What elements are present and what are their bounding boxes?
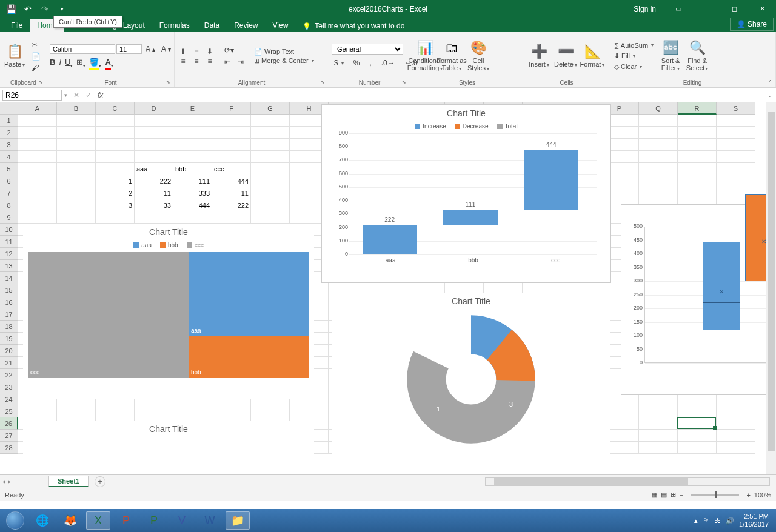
cell[interactable] [57, 211, 96, 224]
cell[interactable] [639, 430, 678, 442]
align-bottom-icon[interactable]: ⬇ [204, 47, 216, 56]
cell[interactable] [251, 127, 290, 139]
cell[interactable] [639, 175, 678, 187]
cell[interactable] [639, 405, 678, 417]
cell[interactable] [96, 139, 135, 151]
formula-input[interactable] [109, 91, 764, 99]
cancel-formula-icon[interactable]: ✕ [73, 91, 79, 99]
system-clock[interactable]: 2:51 PM1/16/2017 [739, 513, 772, 528]
bold-button[interactable]: B [50, 58, 55, 68]
treemap-chart[interactable]: Chart Title aaa bbb ccc ccc aaa bbb [23, 224, 314, 399]
grow-font-icon[interactable]: A▴ [143, 44, 158, 55]
cell[interactable] [135, 211, 173, 224]
cell[interactable] [212, 127, 251, 139]
underline-button[interactable]: U▾ [65, 58, 73, 68]
cell[interactable] [717, 115, 755, 127]
row-header[interactable]: 14 [0, 272, 18, 284]
enter-formula-icon[interactable]: ✓ [85, 91, 92, 99]
row-header[interactable]: 1 [0, 115, 18, 127]
cell[interactable] [251, 175, 290, 187]
zoom-out-icon[interactable]: − [680, 491, 683, 499]
row-header[interactable]: 23 [0, 381, 18, 393]
cell[interactable] [96, 405, 135, 417]
cell[interactable] [678, 187, 717, 199]
cell[interactable] [18, 199, 57, 211]
cell[interactable] [173, 405, 212, 417]
undo-icon[interactable]: ↶ [22, 3, 34, 15]
row-header[interactable]: 21 [0, 357, 18, 369]
bottom-chart[interactable]: Chart Title [23, 421, 314, 469]
cell[interactable]: 222 [135, 175, 173, 187]
cell[interactable] [639, 187, 678, 199]
cell[interactable] [251, 405, 290, 417]
column-header[interactable]: R [678, 102, 717, 115]
column-header[interactable]: C [96, 102, 135, 115]
merge-center-button[interactable]: ⊞ Merge & Center [252, 56, 316, 65]
cell[interactable]: 111 [173, 175, 212, 187]
cell[interactable] [18, 175, 57, 187]
cell[interactable] [18, 163, 57, 175]
cell[interactable] [135, 115, 173, 127]
cell[interactable] [678, 115, 717, 127]
cell[interactable]: ccc [212, 163, 251, 175]
cell[interactable] [639, 151, 678, 163]
column-header[interactable]: Q [639, 102, 678, 115]
row-header[interactable]: 13 [0, 260, 18, 272]
column-header[interactable]: G [251, 102, 290, 115]
row-header[interactable]: 3 [0, 139, 18, 151]
cell[interactable] [678, 417, 717, 430]
powerpoint-icon[interactable]: P [114, 511, 138, 530]
accounting-format-icon[interactable]: $ [332, 58, 346, 68]
row-header[interactable]: 28 [0, 442, 18, 454]
row-header[interactable]: 24 [0, 393, 18, 405]
cell[interactable] [678, 151, 717, 163]
expand-formula-bar-icon[interactable]: ⌄ [764, 92, 776, 98]
row-header[interactable]: 10 [0, 224, 18, 236]
cell[interactable] [717, 393, 755, 405]
select-all-corner[interactable] [0, 102, 18, 115]
cell[interactable] [251, 199, 290, 211]
border-icon[interactable]: ⊞▾ [76, 58, 85, 68]
page-layout-view-icon[interactable]: ▤ [661, 491, 667, 499]
increase-decimal-icon[interactable]: .0→ [379, 58, 397, 68]
cell[interactable] [173, 151, 212, 163]
row-header[interactable]: 6 [0, 175, 18, 187]
fill-color-icon[interactable]: 🪣▾ [89, 58, 101, 68]
cut-icon[interactable]: ✂ [29, 39, 43, 50]
cell[interactable] [678, 393, 717, 405]
cell[interactable] [251, 163, 290, 175]
cell[interactable]: 3 [96, 199, 135, 211]
font-color-icon[interactable]: A▾ [105, 58, 113, 68]
maximize-icon[interactable]: ◻ [720, 0, 748, 18]
cell[interactable] [639, 163, 678, 175]
fill-button[interactable]: ⬇ Fill [612, 51, 656, 61]
sheet-nav-next-icon[interactable]: ▸ [8, 478, 11, 485]
column-header[interactable]: F [212, 102, 251, 115]
cell[interactable] [135, 139, 173, 151]
cell[interactable] [173, 211, 212, 224]
zoom-slider[interactable] [691, 494, 739, 496]
page-break-view-icon[interactable]: ⊞ [671, 491, 676, 499]
excel-icon[interactable]: X [86, 511, 110, 530]
zoom-level[interactable]: 100% [754, 491, 771, 499]
sign-in-link[interactable]: Sign in [625, 0, 664, 18]
cell[interactable] [57, 405, 96, 417]
minimize-icon[interactable]: — [692, 0, 720, 18]
close-icon[interactable]: ✕ [748, 0, 776, 18]
cell[interactable] [57, 115, 96, 127]
find-select-button[interactable]: 🔍Find & Select [685, 39, 709, 73]
save-icon[interactable]: 💾 [5, 3, 17, 15]
cell[interactable] [18, 211, 57, 224]
cell[interactable]: 11 [135, 187, 173, 199]
cell[interactable]: 333 [173, 187, 212, 199]
cell[interactable] [57, 175, 96, 187]
cell[interactable] [717, 139, 755, 151]
word-icon[interactable]: W [198, 511, 222, 530]
cell[interactable] [18, 187, 57, 199]
row-header[interactable]: 8 [0, 199, 18, 211]
cell[interactable]: 1 [96, 175, 135, 187]
visio-icon[interactable]: V [170, 511, 194, 530]
cell[interactable]: 11 [212, 187, 251, 199]
redo-icon[interactable]: ↷ [39, 3, 51, 15]
row-header[interactable]: 20 [0, 345, 18, 357]
